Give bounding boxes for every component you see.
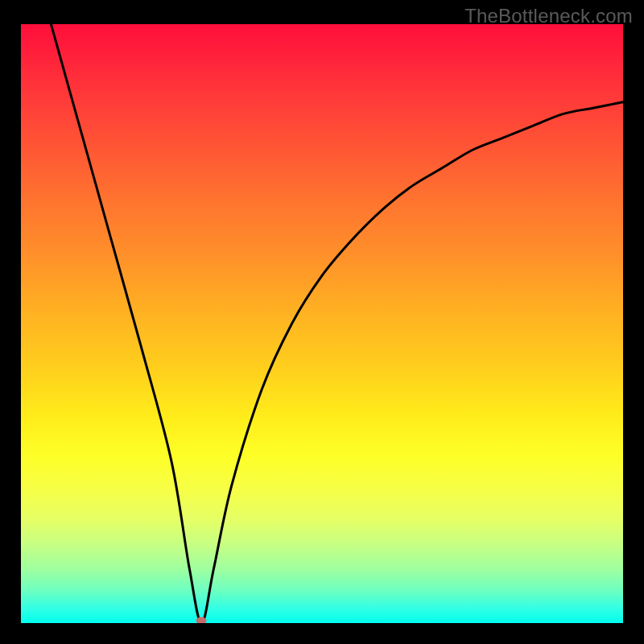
minimum-point-marker — [196, 617, 207, 624]
chart-frame: TheBottleneck.com — [0, 0, 644, 644]
watermark-text: TheBottleneck.com — [464, 5, 633, 27]
bottleneck-curve — [21, 24, 623, 623]
plot-area — [21, 24, 623, 623]
